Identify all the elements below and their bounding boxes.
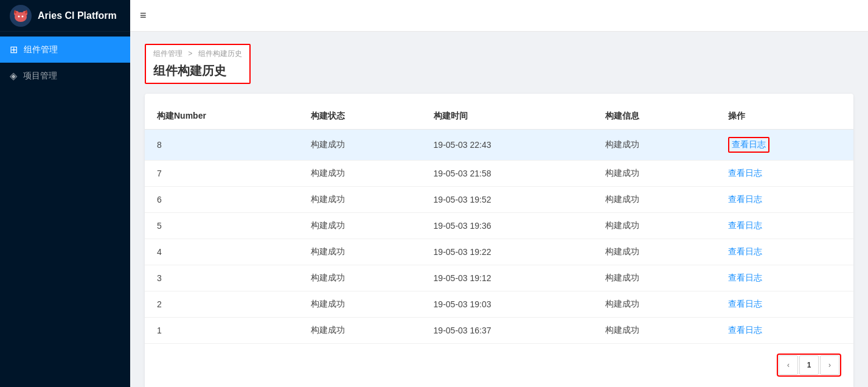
col-info: 构建信息: [593, 103, 715, 130]
view-log-button[interactable]: 查看日志: [728, 168, 762, 179]
table-row: 8构建成功19-05-03 22:43构建成功查看日志: [145, 130, 853, 161]
table-row: 1构建成功19-05-03 16:37构建成功查看日志: [145, 318, 853, 344]
prev-page-button[interactable]: ‹: [779, 355, 798, 375]
table-row: 6构建成功19-05-03 19:52构建成功查看日志: [145, 187, 853, 213]
cell-status: 构建成功: [299, 187, 421, 213]
sidebar-item-project-mgmt[interactable]: ◈ 项目管理: [0, 63, 130, 89]
breadcrumb-separator: >: [188, 49, 192, 58]
cell-status: 构建成功: [299, 161, 421, 187]
col-time: 构建时间: [422, 103, 594, 130]
cell-number: 4: [145, 239, 299, 265]
table-row: 3构建成功19-05-03 19:12构建成功查看日志: [145, 265, 853, 291]
svg-point-5: [22, 15, 24, 17]
view-log-button[interactable]: 查看日志: [728, 194, 762, 205]
cell-time: 19-05-03 19:52: [422, 187, 594, 213]
breadcrumb-area: 组件管理 > 组件构建历史 组件构建历史: [145, 44, 251, 84]
sidebar-item-label-project: 项目管理: [23, 71, 57, 82]
cell-number: 7: [145, 161, 299, 187]
pagination: ‹ 1 ›: [777, 354, 841, 377]
table-card: 构建Number 构建状态 构建时间 构建信息 操作 8构建成功19-05-03…: [145, 94, 853, 387]
cell-status: 构建成功: [299, 213, 421, 239]
sidebar-header: Aries CI Platform: [0, 0, 130, 32]
cell-info: 构建成功: [593, 265, 715, 291]
content-area: 组件管理 > 组件构建历史 组件构建历史 构建Number 构建状态 构建时间 …: [130, 32, 868, 387]
main-content: ≡ 组件管理 > 组件构建历史 组件构建历史 构建Number 构建状态 构建时…: [130, 0, 868, 387]
app-logo: [10, 5, 32, 27]
cell-info: 构建成功: [593, 187, 715, 213]
cell-time: 19-05-03 19:22: [422, 239, 594, 265]
cell-time: 19-05-03 19:12: [422, 265, 594, 291]
view-log-button[interactable]: 查看日志: [732, 139, 766, 150]
sidebar-item-component-mgmt[interactable]: ⊞ 组件管理: [0, 37, 130, 63]
sidebar-item-label-component: 组件管理: [24, 44, 58, 55]
cell-time: 19-05-03 21:58: [422, 161, 594, 187]
view-log-button[interactable]: 查看日志: [728, 325, 762, 336]
cell-action: 查看日志: [716, 130, 853, 161]
cell-time: 19-05-03 16:37: [422, 318, 594, 344]
app-title: Aries CI Platform: [38, 10, 117, 21]
cell-info: 构建成功: [593, 239, 715, 265]
next-page-button[interactable]: ›: [820, 355, 839, 375]
cell-action: 查看日志: [716, 291, 853, 318]
col-action: 操作: [716, 103, 853, 130]
page-title: 组件构建历史: [153, 63, 242, 79]
table-header: 构建Number 构建状态 构建时间 构建信息 操作: [145, 103, 853, 130]
table-row: 5构建成功19-05-03 19:36构建成功查看日志: [145, 213, 853, 239]
topbar: ≡: [130, 0, 868, 32]
cell-status: 构建成功: [299, 318, 421, 344]
cell-action: 查看日志: [716, 265, 853, 291]
cell-action: 查看日志: [716, 187, 853, 213]
highlighted-action-wrapper: 查看日志: [728, 137, 769, 153]
cell-number: 6: [145, 187, 299, 213]
cell-number: 3: [145, 265, 299, 291]
cell-time: 19-05-03 22:43: [422, 130, 594, 161]
cell-number: 1: [145, 318, 299, 344]
col-number: 构建Number: [145, 103, 299, 130]
col-status: 构建状态: [299, 103, 421, 130]
project-icon: ◈: [10, 70, 17, 82]
cell-info: 构建成功: [593, 318, 715, 344]
view-log-button[interactable]: 查看日志: [728, 220, 762, 231]
cell-info: 构建成功: [593, 213, 715, 239]
view-log-button[interactable]: 查看日志: [728, 299, 762, 310]
cell-action: 查看日志: [716, 161, 853, 187]
view-log-button[interactable]: 查看日志: [728, 273, 762, 284]
table-row: 7构建成功19-05-03 21:58构建成功查看日志: [145, 161, 853, 187]
pagination-area: ‹ 1 ›: [145, 344, 853, 379]
cell-action: 查看日志: [716, 318, 853, 344]
component-icon: ⊞: [10, 44, 18, 55]
view-log-button[interactable]: 查看日志: [728, 246, 762, 257]
build-history-table: 构建Number 构建状态 构建时间 构建信息 操作 8构建成功19-05-03…: [145, 103, 853, 344]
cell-status: 构建成功: [299, 291, 421, 318]
cell-time: 19-05-03 19:36: [422, 213, 594, 239]
sidebar-nav: ⊞ 组件管理 ◈ 项目管理: [0, 32, 130, 387]
sidebar: Aries CI Platform ⊞ 组件管理 ◈ 项目管理: [0, 0, 130, 387]
breadcrumb-parent: 组件管理: [153, 49, 182, 58]
menu-toggle-button[interactable]: ≡: [140, 9, 147, 22]
cell-number: 2: [145, 291, 299, 318]
table-row: 2构建成功19-05-03 19:03构建成功查看日志: [145, 291, 853, 318]
cell-time: 19-05-03 19:03: [422, 291, 594, 318]
cell-number: 5: [145, 213, 299, 239]
cell-info: 构建成功: [593, 291, 715, 318]
table-body: 8构建成功19-05-03 22:43构建成功查看日志7构建成功19-05-03…: [145, 130, 853, 344]
cell-action: 查看日志: [716, 239, 853, 265]
cell-info: 构建成功: [593, 161, 715, 187]
table-row: 4构建成功19-05-03 19:22构建成功查看日志: [145, 239, 853, 265]
cell-number: 8: [145, 130, 299, 161]
cell-action: 查看日志: [716, 213, 853, 239]
cell-status: 构建成功: [299, 130, 421, 161]
cell-status: 构建成功: [299, 239, 421, 265]
page-1-button[interactable]: 1: [799, 355, 819, 375]
svg-point-4: [18, 15, 20, 17]
breadcrumb: 组件管理 > 组件构建历史: [153, 49, 242, 59]
cell-status: 构建成功: [299, 265, 421, 291]
breadcrumb-current: 组件构建历史: [198, 49, 242, 58]
cell-info: 构建成功: [593, 130, 715, 161]
